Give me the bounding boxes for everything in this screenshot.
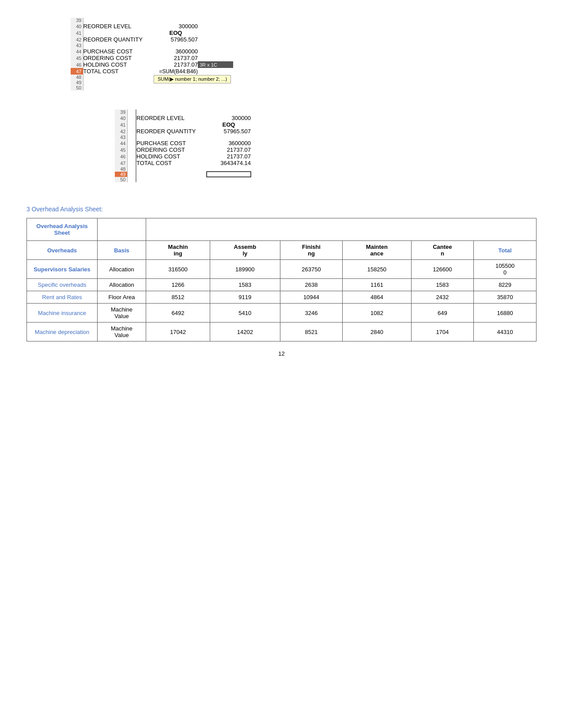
- overhead-col-machining: Machin ing: [146, 241, 210, 260]
- overhead-specific-finishing: 2638: [280, 279, 343, 291]
- ss2-num-49: 49: [115, 172, 127, 177]
- page-number-container: 12: [26, 350, 537, 357]
- overhead-analysis-table: Overhead Analysis Sheet Overheads Basis …: [26, 218, 537, 341]
- overhead-depreciation-label: Machine depreciation: [27, 323, 98, 341]
- ss2-label-41: [136, 121, 207, 128]
- ss1-c5-40: [268, 23, 304, 30]
- ss2-row-43: 43: [115, 135, 277, 140]
- ss1-label-41: [83, 30, 154, 36]
- ss1-label-45: ORDERING COST: [83, 55, 154, 61]
- ss2-border-46: [127, 153, 136, 160]
- ss2-c3-42: [251, 128, 277, 135]
- sum-tooltip: SUM(▶ number 1; number 2; ...): [154, 75, 231, 83]
- overhead-col-overheads: Overheads: [27, 241, 98, 260]
- ss2-c3-40: [251, 115, 277, 121]
- overhead-insurance-maintenance: 1082: [343, 304, 411, 323]
- overhead-specific-basis: Allocation: [98, 279, 146, 291]
- overhead-supervisors-maintenance: 158250: [343, 260, 411, 279]
- ss1-row-40: 40 REORDER LEVEL 300000: [71, 23, 304, 30]
- ss2-c3-50: [251, 177, 277, 182]
- overhead-rent-machining: 8512: [146, 291, 210, 304]
- ss1-val-40: 300000: [154, 23, 198, 30]
- ss2-row-46: 46 HOLDING COST 21737.07: [115, 153, 277, 160]
- overhead-row-supervisors: Supervisors Salaries Allocation 316500 1…: [27, 260, 537, 279]
- ss1-val-41: EOQ: [154, 30, 198, 36]
- ss1-c5-44: [268, 48, 304, 55]
- overhead-supervisors-finishing: 263750: [280, 260, 343, 279]
- ss1-val-42: 57965.507: [154, 36, 198, 43]
- overhead-rent-label: Rent and Rates: [27, 291, 98, 304]
- ss1-val-39: [154, 18, 198, 23]
- ss2-num-46: 46: [115, 153, 127, 160]
- overhead-header-row: Overheads Basis Machin ing Assemb ly Fin…: [27, 241, 537, 260]
- overhead-insurance-finishing: 3246: [280, 304, 343, 323]
- ss2-row-48: 48: [115, 166, 277, 172]
- ss1-row-43: 43: [71, 43, 304, 48]
- section-heading: 3 Overhead Analysis Sheet:: [26, 206, 537, 213]
- ss2-row-42: 42 REORDER QUANTITY 57965.507: [115, 128, 277, 135]
- ss2-val-47: 3643474.14: [207, 160, 251, 166]
- ss2-val-39: [207, 109, 251, 115]
- ss1-c3-40: [198, 23, 233, 30]
- ss1-c5-39: [268, 18, 304, 23]
- ss1-val-44: 3600000: [154, 48, 198, 55]
- row-num-48: 48: [71, 75, 83, 80]
- overhead-col-maintenance: Mainten ance: [343, 241, 411, 260]
- ss2-c3-46: [251, 153, 277, 160]
- row-num-49: 49: [71, 80, 83, 85]
- ss2-val-43: [207, 135, 251, 140]
- overhead-row-depreciation: Machine depreciation Machine Value 17042…: [27, 323, 537, 341]
- ss2-c3-44: [251, 140, 277, 146]
- overhead-depreciation-maintenance: 2840: [343, 323, 411, 341]
- ss2-label-44: PURCHASE COST: [136, 140, 207, 146]
- ss1-c3-42: [198, 36, 233, 43]
- page-number-text: 12: [278, 350, 284, 357]
- ss1-ref-bubble: 3R x 1C: [198, 61, 233, 68]
- ss2-num-39: 39: [115, 109, 127, 115]
- overhead-col-assembly: Assemb ly: [210, 241, 280, 260]
- overhead-specific-machining: 1266: [146, 279, 210, 291]
- overhead-depreciation-assembly: 14202: [210, 323, 280, 341]
- row-num-42: 42: [71, 36, 83, 43]
- overhead-specific-total: 8229: [474, 279, 537, 291]
- ss2-c3-49: [251, 172, 277, 177]
- ss2-num-48: 48: [115, 166, 127, 172]
- ss2-num-47: 47: [115, 160, 127, 166]
- ss1-c5-47: [268, 68, 304, 75]
- ss2-active-cell-49[interactable]: [207, 172, 251, 177]
- ss2-c3-45: [251, 146, 277, 153]
- row-num-47: 47: [71, 68, 83, 75]
- overhead-supervisors-basis: Allocation: [98, 260, 146, 279]
- overhead-depreciation-machining: 17042: [146, 323, 210, 341]
- ss2-row-49: 49: [115, 172, 277, 177]
- ss2-row-39: 39: [115, 109, 277, 115]
- ss1-c4-42: [233, 36, 268, 43]
- row-num-39: 39: [71, 18, 83, 23]
- overhead-rent-finishing: 10944: [280, 291, 343, 304]
- overhead-title-line1: Overhead Analysis: [32, 223, 92, 229]
- row-num-46: 46: [71, 61, 83, 68]
- ss2-row-41: 41 EOQ: [115, 121, 277, 128]
- row-num-44: 44: [71, 48, 83, 55]
- ss1-formula-47[interactable]: =SUM(B44:B46) SUM(▶ number 1; number 2; …: [154, 68, 198, 75]
- spreadsheet2-container: 39 40 REORDER LEVEL 300000 41 EOQ: [115, 109, 537, 184]
- ss2-row-47: 47 TOTAL COST 3643474.14: [115, 160, 277, 166]
- ss1-label-42: REORDER QUANTITY: [83, 36, 154, 43]
- overhead-insurance-total: 16880: [474, 304, 537, 323]
- ss2-c3-39: [251, 109, 277, 115]
- ss1-c3-44: [198, 48, 233, 55]
- ss2-num-50: 50: [115, 177, 127, 182]
- overhead-rent-total: 35870: [474, 291, 537, 304]
- ss1-c5-42: [268, 36, 304, 43]
- overhead-row-insurance: Machine insurance Machine Value 6492 541…: [27, 304, 537, 323]
- ss2-label-49: [136, 172, 207, 177]
- overhead-row-rent: Rent and Rates Floor Area 8512 9119 1094…: [27, 291, 537, 304]
- overhead-rent-basis: Floor Area: [98, 291, 146, 304]
- ss1-label-48: [83, 75, 154, 80]
- ss2-border-40: [127, 115, 136, 121]
- ss1-row-39: 39: [71, 18, 304, 23]
- ss1-c4-50: [233, 85, 268, 90]
- ss2-label-39: [136, 109, 207, 115]
- overhead-specific-assembly: 1583: [210, 279, 280, 291]
- overhead-rent-maintenance: 4864: [343, 291, 411, 304]
